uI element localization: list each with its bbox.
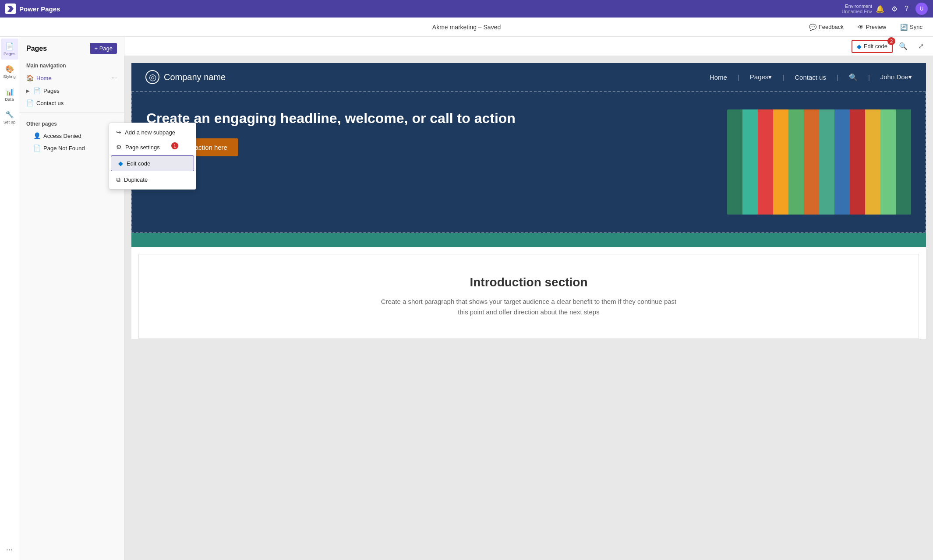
styling-strip-label: Styling xyxy=(3,74,16,79)
main-nav-section-label: Main navigation xyxy=(19,58,124,71)
nav-separator-2: | xyxy=(782,74,784,81)
environment-name: Unnamed Env xyxy=(841,9,872,14)
site-nav-contact[interactable]: Contact us xyxy=(795,74,826,81)
context-menu: ↪ Add a new subpage ⚙ Page settings 1 ◆ … xyxy=(109,123,124,190)
app-name: Power Pages xyxy=(19,5,60,13)
home-more-button[interactable]: ··· xyxy=(111,74,117,82)
sidebar-item-styling[interactable]: 🎨 Styling xyxy=(1,61,18,82)
bar-5 xyxy=(788,109,804,215)
pages-page-icon: 📄 xyxy=(33,87,41,94)
pages-expand-arrow[interactable]: ▶ xyxy=(26,88,30,93)
sync-label: Sync xyxy=(910,24,922,30)
sidebar-item-setup[interactable]: 🔧 Set up xyxy=(1,107,18,128)
edit-code-vscode-icon: ◆ xyxy=(857,43,862,50)
setup-strip-icon: 🔧 xyxy=(5,110,14,119)
sync-button[interactable]: 🔄 Sync xyxy=(897,22,926,32)
site-title: Akme marketing – Saved xyxy=(432,24,501,31)
avatar[interactable]: U xyxy=(915,3,928,15)
nav-item-pages[interactable]: ▶ 📄 Pages xyxy=(19,85,124,97)
nav-item-contact[interactable]: 📄 Contact us xyxy=(19,97,124,109)
teal-banner xyxy=(131,233,926,247)
website-preview: ◎ Company name Home | Pages▾ | Contact u… xyxy=(131,63,926,339)
app-logo: Power Pages xyxy=(5,4,60,14)
environment-label: Environment xyxy=(845,4,872,9)
context-menu-duplicate[interactable]: ⧉ Duplicate xyxy=(109,172,124,187)
sidebar-more-button[interactable]: ··· xyxy=(1,542,18,556)
sidebar-item-pages[interactable]: 📄 Pages xyxy=(1,39,18,60)
feedback-button[interactable]: 💬 Feedback xyxy=(806,22,847,32)
help-icon[interactable]: ? xyxy=(905,5,908,13)
pages-panel-header: Pages + Page xyxy=(19,37,124,58)
context-menu-add-subpage[interactable]: ↪ Add a new subpage xyxy=(109,125,124,140)
site-logo: ◎ Company name xyxy=(145,70,710,84)
settings-icon[interactable]: ⚙ xyxy=(891,5,898,13)
bar-11 xyxy=(880,109,896,215)
duplicate-icon: ⧉ xyxy=(116,176,120,183)
notification-icon[interactable]: 🔔 xyxy=(876,5,884,13)
edit-code-button-label: Edit code xyxy=(864,43,887,49)
context-menu-page-settings[interactable]: ⚙ Page settings 1 xyxy=(109,140,124,155)
bar-4 xyxy=(773,109,788,215)
context-menu-edit-code[interactable]: ◆ Edit code xyxy=(111,155,124,171)
color-bars xyxy=(727,109,911,215)
hero-headline: Create an engaging headline, welcome, or… xyxy=(146,109,717,128)
sync-icon: 🔄 xyxy=(900,24,908,31)
pages-strip-icon: 📄 xyxy=(5,42,14,50)
bar-7 xyxy=(819,109,834,215)
preview-canvas: ◎ Company name Home | Pages▾ | Contact u… xyxy=(124,56,933,560)
nav-separator-4: | xyxy=(868,74,870,81)
page-not-found-label: Page Not Found xyxy=(43,145,85,151)
nav-separator-3: | xyxy=(837,74,838,81)
site-logo-circle: ◎ xyxy=(145,70,159,84)
hero-section: Create an engaging headline, welcome, or… xyxy=(131,91,926,233)
preview-icon: 👁 xyxy=(858,24,864,31)
preview-button[interactable]: 👁 Preview xyxy=(854,22,890,32)
pages-panel: Pages + Page Main navigation 🏠 Home ··· … xyxy=(19,37,124,560)
right-actions: 💬 Feedback 👁 Preview 🔄 Sync xyxy=(806,22,926,32)
bar-3 xyxy=(758,109,773,215)
access-denied-icon: 👤 xyxy=(33,132,41,139)
contact-page-icon: 📄 xyxy=(26,99,34,106)
icon-strip: 📄 Pages 🎨 Styling 📊 Data 🔧 Set up ··· xyxy=(0,37,19,560)
page-settings-icon: ⚙ xyxy=(116,144,122,151)
bar-2 xyxy=(742,109,758,215)
bar-12 xyxy=(896,109,911,215)
bar-8 xyxy=(834,109,850,215)
zoom-button[interactable]: 🔍 xyxy=(896,39,910,53)
setup-strip-label: Set up xyxy=(4,120,15,124)
access-denied-label: Access Denied xyxy=(43,133,81,139)
home-page-icon: 🏠 xyxy=(26,74,34,81)
pages-page-label: Pages xyxy=(43,88,60,94)
site-nav-user[interactable]: John Doe▾ xyxy=(880,73,912,81)
site-nav-home[interactable]: Home xyxy=(710,74,727,81)
site-nav: ◎ Company name Home | Pages▾ | Contact u… xyxy=(131,63,926,91)
intro-description: Create a short paragraph that shows your… xyxy=(375,296,682,317)
zoom-icon: 🔍 xyxy=(899,42,908,50)
page-not-found-icon: 📄 xyxy=(33,144,41,151)
preview-label: Preview xyxy=(866,24,886,30)
feedback-label: Feedback xyxy=(819,24,844,30)
add-subpage-icon: ↪ xyxy=(116,129,121,136)
bar-1 xyxy=(727,109,742,215)
home-page-label: Home xyxy=(36,75,52,81)
nav-item-home[interactable]: 🏠 Home ··· xyxy=(19,71,124,85)
top-bar: Power Pages Environment Unnamed Env 🔔 ⚙ … xyxy=(0,0,933,18)
hero-text: Create an engaging headline, welcome, or… xyxy=(146,109,717,215)
expand-button[interactable]: ⤢ xyxy=(914,39,928,53)
site-nav-search[interactable]: 🔍 xyxy=(849,73,858,81)
data-strip-icon: 📊 xyxy=(5,88,14,96)
site-nav-pages[interactable]: Pages▾ xyxy=(750,73,772,81)
top-bar-icons: 🔔 ⚙ ? U xyxy=(876,3,928,15)
feedback-icon: 💬 xyxy=(809,24,816,31)
main-layout: 📄 Pages 🎨 Styling 📊 Data 🔧 Set up ··· Pa… xyxy=(0,37,933,560)
add-page-button[interactable]: + Page xyxy=(90,43,117,54)
company-name: Company name xyxy=(164,72,226,82)
duplicate-label: Duplicate xyxy=(124,176,124,183)
expand-icon: ⤢ xyxy=(918,42,924,50)
logo-inner-shape xyxy=(7,6,14,12)
edit-code-badge: 2 xyxy=(887,37,895,45)
sidebar-item-data[interactable]: 📊 Data xyxy=(1,84,18,105)
edit-code-button[interactable]: ◆ Edit code 2 xyxy=(852,40,893,53)
edit-code-menu-icon: ◆ xyxy=(118,160,123,167)
environment-info: Environment Unnamed Env xyxy=(841,4,872,14)
